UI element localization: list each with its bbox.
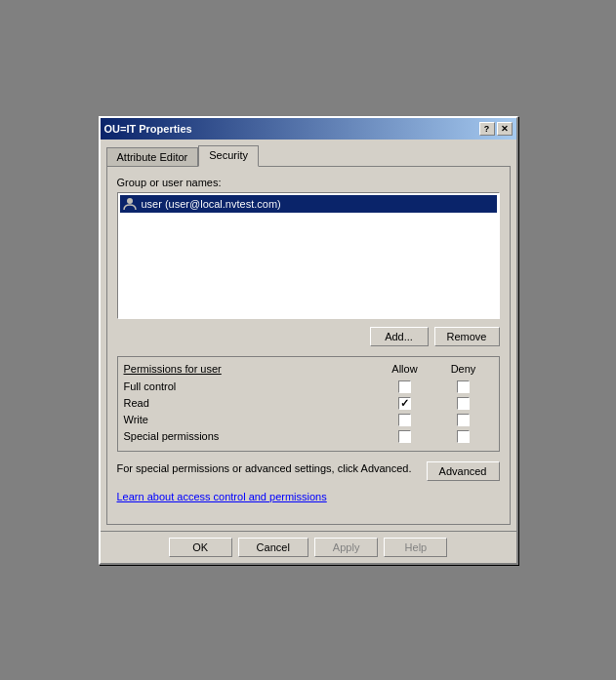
learn-more-link[interactable]: Learn about access control and permissio…: [117, 491, 500, 502]
perm-deny-read[interactable]: [434, 397, 493, 410]
perm-deny-special[interactable]: [434, 430, 493, 443]
perm-row-write: Write: [124, 412, 493, 428]
perm-name-read: Read: [124, 397, 376, 409]
checkbox-deny-full-control[interactable]: [457, 380, 470, 393]
user-action-buttons: Add... Remove: [117, 327, 500, 346]
checkbox-allow-full-control[interactable]: [398, 380, 411, 393]
perm-name-write: Write: [124, 414, 376, 425]
user-name: user (user@local.nvtest.com): [142, 198, 281, 210]
advanced-section: For special permissions or advanced sett…: [117, 461, 500, 481]
bottom-button-bar: OK Cancel Apply Help: [101, 531, 516, 563]
checkbox-allow-read[interactable]: [398, 397, 411, 410]
perm-deny-write[interactable]: [434, 414, 493, 426]
perm-allow-full-control[interactable]: [376, 380, 434, 393]
allow-column-header: Allow: [376, 363, 434, 375]
permissions-title: Permissions for user: [124, 363, 376, 375]
title-bar-controls: ? ✕: [479, 122, 513, 136]
permissions-header: Permissions for user Allow Deny: [124, 363, 493, 375]
perm-deny-full-control[interactable]: [434, 380, 493, 393]
title-bar: OU=IT Properties ? ✕: [101, 118, 516, 140]
user-list[interactable]: user (user@local.nvtest.com): [117, 192, 500, 319]
checkbox-deny-write[interactable]: [457, 414, 470, 426]
help-bottom-button[interactable]: Help: [384, 538, 447, 557]
ok-button[interactable]: OK: [169, 538, 232, 557]
checkbox-deny-read[interactable]: [457, 397, 470, 410]
advanced-button[interactable]: Advanced: [427, 461, 500, 481]
perm-name-full-control: Full control: [124, 380, 376, 392]
perm-name-special: Special permissions: [124, 430, 376, 442]
main-window: OU=IT Properties ? ✕ Attribute Editor Se…: [99, 116, 518, 565]
checkbox-allow-special[interactable]: [398, 430, 411, 443]
cancel-button[interactable]: Cancel: [238, 538, 308, 557]
advanced-description: For special permissions or advanced sett…: [117, 461, 419, 476]
help-button[interactable]: ?: [479, 122, 495, 136]
tab-security[interactable]: Security: [198, 145, 259, 167]
perm-allow-read[interactable]: [376, 397, 434, 410]
user-list-item[interactable]: user (user@local.nvtest.com): [120, 195, 497, 213]
tab-content: Group or user names: user (user@local.nv…: [106, 166, 511, 525]
user-icon: [122, 196, 138, 212]
remove-button[interactable]: Remove: [434, 327, 500, 346]
permissions-section: Permissions for user Allow Deny Full con…: [117, 356, 500, 452]
perm-row-special: Special permissions: [124, 428, 493, 445]
tab-attribute-editor[interactable]: Attribute Editor: [106, 147, 199, 167]
perm-allow-write[interactable]: [376, 414, 434, 426]
add-button[interactable]: Add...: [370, 327, 429, 346]
deny-column-header: Deny: [434, 363, 493, 375]
window-body: Attribute Editor Security Group or user …: [101, 140, 516, 531]
group-label: Group or user names:: [117, 177, 500, 188]
tab-bar: Attribute Editor Security: [106, 145, 511, 167]
apply-button[interactable]: Apply: [314, 538, 379, 557]
perm-row-full-control: Full control: [124, 379, 493, 395]
perm-row-read: Read: [124, 395, 493, 412]
window-title: OU=IT Properties: [104, 123, 192, 135]
svg-point-0: [127, 198, 133, 204]
checkbox-allow-write[interactable]: [398, 414, 411, 426]
checkbox-deny-special[interactable]: [457, 430, 470, 443]
close-button[interactable]: ✕: [497, 122, 513, 136]
perm-allow-special[interactable]: [376, 430, 434, 443]
